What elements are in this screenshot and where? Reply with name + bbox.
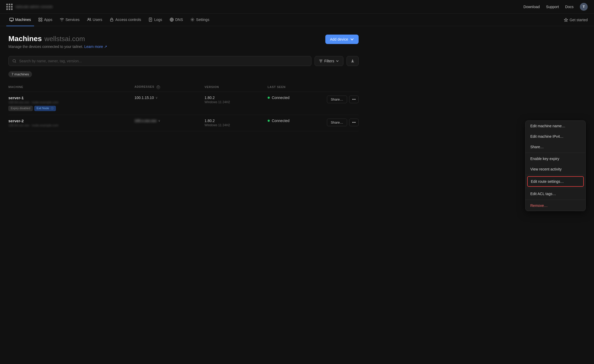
wifi-icon: [60, 18, 64, 22]
lock-icon: [110, 18, 114, 22]
page-header: Machines wellstsai.com Manage the device…: [8, 35, 359, 49]
nav-item-dns[interactable]: DNS: [166, 14, 186, 26]
page-domain: wellstsai.com: [45, 35, 85, 43]
monitor-icon: [9, 18, 14, 22]
docs-link[interactable]: Docs: [565, 5, 574, 9]
page-subtitle: Manage the devices connected to your tai…: [8, 45, 107, 49]
status-dot-2: [268, 120, 270, 122]
settings-icon: [190, 18, 195, 22]
actions-cell-2: Share… •••: [317, 115, 359, 131]
filter-icon: [319, 59, 323, 63]
version-cell-2: 1.80.2 Windows 11 24H2: [204, 115, 267, 131]
menu-divider-3: [526, 188, 585, 188]
nav-item-users[interactable]: Users: [84, 14, 106, 26]
page-title-block: Machines wellstsai.com Manage the device…: [8, 35, 107, 49]
grid-icon[interactable]: [6, 4, 13, 10]
table-row: server-2 100.64.xxx.xxx · node.example.c…: [8, 115, 359, 131]
menu-item-recent-activity[interactable]: View recent activity: [526, 164, 585, 174]
col-header-last-seen: Last seen: [268, 82, 317, 92]
badge-row-1: Expiry disabled Exit Node ⓘ: [8, 106, 134, 111]
actions-row-2: Share… •••: [317, 119, 359, 126]
top-bar-right: Download Support Docs T: [523, 3, 588, 11]
filters-button[interactable]: Filters: [315, 56, 343, 66]
address-info-icon[interactable]: ⓘ: [156, 85, 160, 89]
more-button-2[interactable]: •••: [349, 119, 359, 126]
top-bar: tailscale admin console Download Support…: [0, 0, 594, 14]
nav-item-services[interactable]: Services: [57, 14, 83, 26]
menu-divider-1: [526, 153, 585, 153]
actions-cell-1: Share… •••: [317, 92, 359, 115]
menu-divider-4: [526, 200, 585, 200]
table-header: Machine Addresses ⓘ Version Last seen: [8, 82, 359, 92]
exit-node-info-icon[interactable]: ⓘ: [51, 107, 53, 110]
machine-ipsub-1: 100.64.xxx.xxx · node.example.com: [8, 101, 134, 104]
status-cell-1: Connected: [268, 92, 317, 115]
page-title: Machines wellstsai.com: [8, 35, 107, 43]
col-header-version: Version: [204, 82, 267, 92]
machine-name-2: server-2: [8, 119, 134, 123]
download-link[interactable]: Download: [523, 5, 540, 9]
address-value-2: 100.x.xxx.xxx: [134, 119, 156, 123]
machine-name-1: server-1: [8, 96, 134, 100]
context-menu: Edit machine name… Edit machine IPv4… Sh…: [525, 120, 586, 211]
col-header-addresses: Addresses ⓘ: [134, 82, 204, 92]
svg-rect-4: [41, 20, 42, 21]
search-row: Filters: [8, 56, 359, 66]
address-expand-1[interactable]: ∨: [155, 96, 158, 100]
support-link[interactable]: Support: [546, 5, 559, 9]
nav-item-settings[interactable]: Settings: [187, 14, 213, 26]
status-display-2: Connected: [268, 119, 317, 123]
machine-cell-2: server-2 100.64.xxx.xxx · node.example.c…: [8, 115, 134, 131]
menu-item-acl-tags[interactable]: Edit ACL tags…: [526, 189, 585, 199]
users-icon: [87, 18, 91, 22]
machines-table: Machine Addresses ⓘ Version Last seen: [8, 82, 359, 131]
nav-item-machines[interactable]: Machines: [6, 14, 34, 26]
address-cell-1: 100.1.15.10 ∨: [134, 92, 204, 115]
search-box: [8, 56, 311, 66]
badge-exit-1: Exit Node ⓘ: [34, 106, 56, 111]
col-header-machine: Machine: [8, 82, 134, 92]
svg-point-9: [192, 19, 193, 20]
col-header-actions: [317, 82, 359, 92]
svg-rect-0: [10, 18, 13, 21]
grid-nav-icon: [38, 18, 42, 22]
svg-rect-1: [39, 18, 40, 19]
more-button-1[interactable]: •••: [349, 96, 359, 103]
address-expand-2[interactable]: ∨: [158, 119, 160, 123]
menu-item-share[interactable]: Share…: [526, 142, 585, 152]
avatar[interactable]: T: [580, 3, 588, 11]
address-display-1: 100.1.15.10 ∨: [134, 96, 204, 100]
share-button-1[interactable]: Share…: [327, 96, 347, 103]
export-button[interactable]: [347, 56, 359, 66]
table-row: server-1 100.64.xxx.xxx · node.example.c…: [8, 92, 359, 115]
menu-item-route-settings[interactable]: Edit route settings…: [527, 176, 584, 187]
status-cell-2: Connected: [268, 115, 317, 131]
status-dot-1: [268, 97, 270, 99]
svg-marker-10: [564, 18, 568, 21]
file-icon: [148, 18, 153, 22]
globe-icon: [170, 18, 174, 22]
machine-cell-1: server-1 100.64.xxx.xxx · node.example.c…: [8, 92, 134, 115]
menu-item-edit-ipv4[interactable]: Edit machine IPv4…: [526, 131, 585, 142]
nav-item-logs[interactable]: Logs: [145, 14, 165, 26]
share-button-2[interactable]: Share…: [327, 119, 347, 126]
add-device-button[interactable]: Add device: [325, 35, 359, 44]
main-nav: Machines Apps Services Users Access co: [0, 14, 594, 26]
brand-text: tailscale admin console: [16, 5, 53, 9]
svg-point-11: [13, 59, 15, 62]
menu-item-remove[interactable]: Remove…: [526, 200, 585, 211]
nav-item-apps[interactable]: Apps: [35, 14, 56, 26]
menu-item-enable-expiry[interactable]: Enable key expiry: [526, 153, 585, 164]
learn-more-link[interactable]: Learn more ↗: [84, 45, 107, 49]
actions-row-1: Share… •••: [317, 96, 359, 103]
chevron-down-icon: [350, 37, 354, 41]
top-bar-left: tailscale admin console: [6, 4, 53, 10]
status-display-1: Connected: [268, 96, 317, 100]
download-icon: [350, 59, 355, 63]
machines-count: 7 machines: [8, 71, 32, 77]
menu-item-edit-name[interactable]: Edit machine name…: [526, 121, 585, 131]
get-started-link[interactable]: Get started: [564, 18, 588, 22]
nav-item-access-controls[interactable]: Access controls: [106, 14, 144, 26]
search-input[interactable]: [19, 59, 307, 63]
svg-rect-6: [110, 19, 113, 21]
